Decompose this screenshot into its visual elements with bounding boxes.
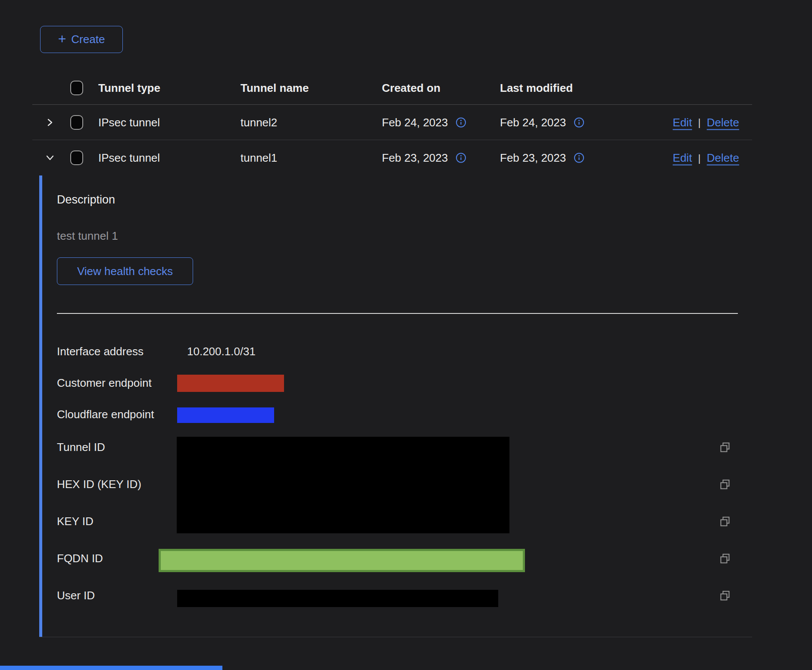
select-all-checkbox[interactable]	[70, 81, 83, 95]
interface-address-value: 10.200.1.0/31	[187, 345, 256, 358]
customer-endpoint-redacted-value	[177, 375, 284, 392]
expanded-row-panel: Description test tunnel 1 View health ch…	[39, 175, 752, 637]
collapse-row-button[interactable]	[44, 151, 56, 164]
user-id-label: User ID	[57, 589, 95, 602]
chevron-right-icon	[44, 117, 56, 128]
user-id-redacted-value	[177, 590, 498, 607]
copy-icon	[719, 479, 731, 491]
copy-hex-id-button[interactable]	[719, 479, 731, 491]
view-health-checks-button[interactable]: View health checks	[57, 257, 193, 285]
header-tunnel-name: Tunnel name	[240, 81, 309, 94]
tunnels-table: Tunnel type Tunnel name Created on Last …	[32, 71, 752, 175]
customer-endpoint-label: Customer endpoint	[57, 376, 152, 390]
copy-icon	[719, 590, 731, 602]
header-last-modified: Last modified	[500, 81, 573, 94]
copy-user-id-button[interactable]	[719, 590, 731, 602]
tunnel-id-label: Tunnel ID	[57, 441, 105, 454]
key-id-label: KEY ID	[57, 515, 94, 528]
ids-redacted-block	[177, 437, 509, 533]
copy-fqdn-id-button[interactable]	[719, 553, 731, 565]
copy-tunnel-id-button[interactable]	[719, 441, 731, 454]
fqdn-id-label: FQDN ID	[57, 552, 103, 565]
table-row-tunnel1: IPsec tunnel tunnel1 Feb 23, 2023 Feb 23…	[32, 140, 752, 175]
copy-key-id-button[interactable]	[719, 516, 731, 528]
interface-address-label: Interface address	[57, 345, 144, 358]
delete-link[interactable]: Delete	[707, 116, 739, 129]
bottom-accent-bar	[0, 666, 222, 670]
tunnel-name-cell: tunnel1	[240, 151, 277, 165]
edit-link[interactable]: Edit	[673, 151, 692, 165]
expanded-row-accent-bar	[39, 175, 42, 637]
created-on-cell: Feb 24, 2023	[382, 116, 448, 129]
expand-row-button[interactable]	[44, 116, 56, 129]
table-header-row: Tunnel type Tunnel name Created on Last …	[32, 71, 752, 105]
info-icon[interactable]	[456, 153, 466, 163]
hex-id-label: HEX ID (KEY ID)	[57, 478, 141, 491]
copy-icon	[719, 553, 731, 565]
created-on-cell: Feb 23, 2023	[382, 151, 448, 165]
description-label: Description	[57, 193, 115, 207]
info-icon[interactable]	[456, 117, 466, 128]
tunnel-type-cell: IPsec tunnel	[98, 151, 160, 165]
cloudflare-endpoint-redacted-value	[177, 407, 274, 423]
row-checkbox[interactable]	[70, 115, 83, 130]
edit-link[interactable]: Edit	[673, 116, 692, 129]
fqdn-id-redacted-value	[159, 549, 525, 572]
delete-link[interactable]: Delete	[707, 151, 739, 165]
create-button-label: Create	[71, 33, 105, 46]
copy-icon	[719, 441, 731, 454]
tunnel-type-cell: IPsec tunnel	[98, 116, 160, 129]
description-value: test tunnel 1	[57, 229, 118, 243]
cloudflare-endpoint-label: Cloudflare endpoint	[57, 408, 154, 421]
table-row-tunnel2: IPsec tunnel tunnel2 Feb 24, 2023 Feb 24…	[32, 105, 752, 140]
section-divider	[57, 313, 738, 314]
info-icon[interactable]	[574, 117, 584, 128]
last-modified-cell: Feb 24, 2023	[500, 116, 566, 129]
header-created-on: Created on	[382, 81, 440, 94]
action-separator: |	[698, 152, 701, 164]
chevron-down-icon	[44, 152, 56, 163]
last-modified-cell: Feb 23, 2023	[500, 151, 566, 165]
create-button[interactable]: + Create	[40, 26, 123, 53]
copy-icon	[719, 516, 731, 528]
header-tunnel-type: Tunnel type	[98, 81, 160, 94]
action-separator: |	[698, 116, 701, 128]
plus-icon: +	[58, 32, 66, 46]
tunnel-name-cell: tunnel2	[240, 116, 277, 129]
info-icon[interactable]	[574, 153, 584, 163]
row-checkbox[interactable]	[70, 150, 83, 165]
